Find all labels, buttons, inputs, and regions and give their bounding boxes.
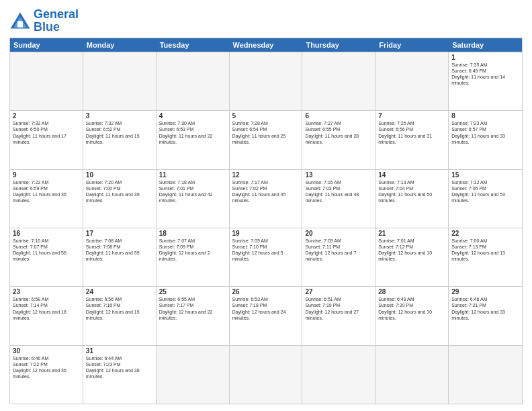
cell-day-number: 11 [159, 171, 226, 179]
cell-day-number: 18 [159, 230, 226, 237]
cell-day-number: 13 [305, 171, 372, 179]
cell-day-number: 25 [159, 288, 226, 295]
calendar-cell: 1Sunrise: 7:35 AM Sunset: 6:49 PM Daylig… [449, 52, 522, 110]
week-row: 30Sunrise: 6:46 AM Sunset: 7:22 PM Dayli… [10, 345, 522, 404]
cell-day-number: 28 [378, 288, 445, 295]
cell-day-number: 16 [13, 230, 80, 237]
calendar-cell: 5Sunrise: 7:28 AM Sunset: 6:54 PM Daylig… [230, 111, 303, 169]
cell-info: Sunrise: 7:28 AM Sunset: 6:54 PM Dayligh… [232, 120, 300, 144]
calendar-cell: 7Sunrise: 7:25 AM Sunset: 6:56 PM Daylig… [375, 111, 449, 169]
cell-day-number: 1 [451, 54, 519, 61]
calendar-cell: 17Sunrise: 7:08 AM Sunset: 7:08 PM Dayli… [83, 228, 157, 286]
cell-day-number: 7 [378, 112, 445, 120]
week-row: 9Sunrise: 7:22 AM Sunset: 6:59 PM Daylig… [10, 169, 522, 228]
calendar-cell: 15Sunrise: 7:12 AM Sunset: 7:05 PM Dayli… [449, 170, 522, 228]
cell-info: Sunrise: 7:00 AM Sunset: 7:13 PM Dayligh… [451, 238, 519, 262]
calendar-cell: 13Sunrise: 7:15 AM Sunset: 7:03 PM Dayli… [302, 170, 375, 228]
cell-info: Sunrise: 6:44 AM Sunset: 7:23 PM Dayligh… [86, 355, 153, 379]
cell-info: Sunrise: 7:30 AM Sunset: 6:53 PM Dayligh… [159, 120, 226, 144]
cell-day-number: 9 [13, 171, 80, 179]
calendar-cell: 28Sunrise: 6:49 AM Sunset: 7:20 PM Dayli… [375, 287, 449, 345]
calendar-cell [375, 346, 449, 404]
cell-info: Sunrise: 7:18 AM Sunset: 7:01 PM Dayligh… [159, 179, 226, 203]
cell-info: Sunrise: 6:58 AM Sunset: 7:14 PM Dayligh… [13, 296, 80, 320]
calendar-cell [230, 346, 303, 404]
page: GeneralBlue SundayMondayTuesdayWednesday… [0, 0, 532, 411]
calendar-cell [83, 52, 157, 110]
cell-info: Sunrise: 7:33 AM Sunset: 6:50 PM Dayligh… [13, 120, 80, 144]
cell-day-number: 14 [378, 171, 445, 179]
calendar-cell: 10Sunrise: 7:20 AM Sunset: 7:00 PM Dayli… [83, 170, 157, 228]
cell-info: Sunrise: 7:32 AM Sunset: 6:52 PM Dayligh… [86, 120, 153, 144]
calendar-cell [302, 346, 375, 404]
cell-info: Sunrise: 7:03 AM Sunset: 7:11 PM Dayligh… [305, 238, 372, 262]
day-header: Monday [83, 38, 157, 52]
calendar-cell: 11Sunrise: 7:18 AM Sunset: 7:01 PM Dayli… [157, 170, 230, 228]
cell-info: Sunrise: 7:22 AM Sunset: 6:59 PM Dayligh… [13, 179, 80, 203]
cell-info: Sunrise: 7:15 AM Sunset: 7:03 PM Dayligh… [305, 179, 372, 203]
cell-info: Sunrise: 6:56 AM Sunset: 7:16 PM Dayligh… [86, 296, 153, 320]
cell-info: Sunrise: 6:53 AM Sunset: 7:18 PM Dayligh… [232, 296, 300, 320]
calendar-cell: 27Sunrise: 6:51 AM Sunset: 7:19 PM Dayli… [302, 287, 375, 345]
cell-day-number: 20 [305, 230, 372, 237]
calendar-cell: 16Sunrise: 7:10 AM Sunset: 7:07 PM Dayli… [10, 228, 83, 286]
cell-day-number: 12 [232, 171, 300, 179]
calendar-cell: 18Sunrise: 7:07 AM Sunset: 7:09 PM Dayli… [157, 228, 230, 286]
cell-info: Sunrise: 7:12 AM Sunset: 7:05 PM Dayligh… [451, 179, 519, 203]
cell-info: Sunrise: 7:10 AM Sunset: 7:07 PM Dayligh… [13, 238, 80, 262]
calendar-cell: 4Sunrise: 7:30 AM Sunset: 6:53 PM Daylig… [157, 111, 230, 169]
calendar-cell [375, 52, 449, 110]
header: GeneralBlue [9, 8, 523, 34]
cell-day-number: 29 [451, 288, 519, 295]
cell-day-number: 17 [86, 230, 153, 237]
cell-day-number: 27 [305, 288, 372, 295]
cell-info: Sunrise: 7:07 AM Sunset: 7:09 PM Dayligh… [159, 238, 226, 262]
calendar-cell [157, 52, 230, 110]
cell-day-number: 10 [86, 171, 153, 179]
cell-info: Sunrise: 6:46 AM Sunset: 7:22 PM Dayligh… [13, 355, 80, 379]
calendar-cell [449, 346, 522, 404]
day-headers: SundayMondayTuesdayWednesdayThursdayFrid… [10, 38, 522, 52]
calendar-cell [302, 52, 375, 110]
cell-day-number: 21 [378, 230, 445, 237]
cell-info: Sunrise: 7:35 AM Sunset: 6:49 PM Dayligh… [451, 62, 519, 86]
cell-info: Sunrise: 7:17 AM Sunset: 7:02 PM Dayligh… [232, 179, 300, 203]
calendar-cell: 3Sunrise: 7:32 AM Sunset: 6:52 PM Daylig… [83, 111, 157, 169]
calendar-cell [10, 52, 83, 110]
day-header: Friday [375, 38, 449, 52]
cell-day-number: 30 [13, 347, 80, 355]
logo-text: GeneralBlue [34, 8, 79, 34]
cell-info: Sunrise: 7:25 AM Sunset: 6:56 PM Dayligh… [378, 120, 445, 144]
day-header: Thursday [302, 38, 375, 52]
day-header: Wednesday [230, 38, 303, 52]
cell-info: Sunrise: 6:55 AM Sunset: 7:17 PM Dayligh… [159, 296, 226, 320]
week-row: 16Sunrise: 7:10 AM Sunset: 7:07 PM Dayli… [10, 228, 522, 286]
calendar: SundayMondayTuesdayWednesdayThursdayFrid… [9, 38, 523, 404]
cell-day-number: 19 [232, 230, 300, 237]
cell-day-number: 15 [451, 171, 519, 179]
cell-info: Sunrise: 7:13 AM Sunset: 7:04 PM Dayligh… [378, 179, 445, 203]
week-row: 2Sunrise: 7:33 AM Sunset: 6:50 PM Daylig… [10, 110, 522, 169]
calendar-cell: 30Sunrise: 6:46 AM Sunset: 7:22 PM Dayli… [10, 346, 83, 404]
calendar-cell: 24Sunrise: 6:56 AM Sunset: 7:16 PM Dayli… [83, 287, 157, 345]
cell-day-number: 5 [232, 112, 300, 120]
svg-rect-2 [17, 21, 23, 28]
cell-day-number: 6 [305, 112, 372, 120]
cell-info: Sunrise: 7:23 AM Sunset: 6:57 PM Dayligh… [451, 120, 519, 144]
cell-info: Sunrise: 7:05 AM Sunset: 7:10 PM Dayligh… [232, 238, 300, 262]
cell-info: Sunrise: 7:27 AM Sunset: 6:55 PM Dayligh… [305, 120, 372, 144]
logo: GeneralBlue [9, 8, 79, 34]
calendar-cell: 20Sunrise: 7:03 AM Sunset: 7:11 PM Dayli… [302, 228, 375, 286]
cell-info: Sunrise: 6:49 AM Sunset: 7:20 PM Dayligh… [378, 296, 445, 320]
cell-day-number: 2 [13, 112, 80, 120]
calendar-cell: 21Sunrise: 7:01 AM Sunset: 7:12 PM Dayli… [375, 228, 449, 286]
calendar-cell: 2Sunrise: 7:33 AM Sunset: 6:50 PM Daylig… [10, 111, 83, 169]
cell-day-number: 24 [86, 288, 153, 295]
cell-day-number: 31 [86, 347, 153, 355]
logo-icon [9, 11, 31, 30]
cell-day-number: 23 [13, 288, 80, 295]
cell-info: Sunrise: 7:20 AM Sunset: 7:00 PM Dayligh… [86, 179, 153, 203]
day-header: Tuesday [157, 38, 230, 52]
calendar-cell [157, 346, 230, 404]
cell-info: Sunrise: 6:51 AM Sunset: 7:19 PM Dayligh… [305, 296, 372, 320]
